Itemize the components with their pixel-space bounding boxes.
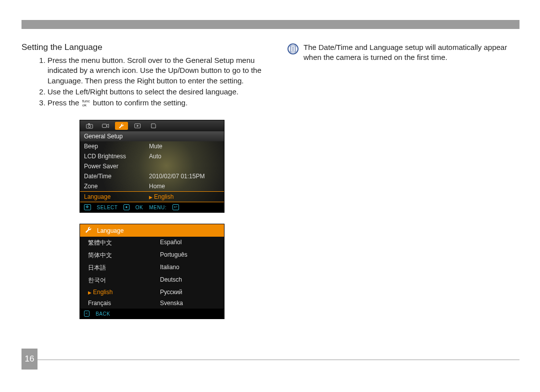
language-option: Français [80, 298, 152, 309]
row-value: 2010/02/07 01:15PM [149, 173, 220, 180]
camera-tab-video-icon [99, 122, 112, 130]
func-ok-icon: func ok [82, 99, 91, 107]
row-value: Auto [149, 153, 220, 160]
step-1: Press the menu button. Scroll over to th… [48, 55, 278, 86]
camera-screenshot-language: Language 繁體中文Español简体中文Português日本語Ital… [80, 224, 224, 319]
page-margin-bar [22, 20, 520, 29]
camera-menu-row: LanguageEnglish [80, 191, 224, 202]
camera-menu-row: Power Saver [80, 161, 224, 171]
section-title: Setting the Language [22, 42, 278, 52]
language-option: 日本語 [80, 262, 152, 274]
row-label: Power Saver [84, 163, 149, 170]
svg-rect-3 [102, 124, 106, 128]
svg-point-1 [88, 125, 91, 128]
row-label: LCD Brightness [84, 153, 149, 160]
camera-tab-card-icon [147, 122, 160, 130]
camera-tab-bar [80, 120, 224, 131]
step-2: Use the Left/Right buttons to select the… [48, 87, 278, 97]
language-option: Deutsch [152, 274, 224, 287]
footer-select-label: SELECT [97, 205, 118, 210]
page-content: Setting the Language Press the menu butt… [22, 42, 520, 319]
language-option: 简体中文 [80, 249, 152, 262]
language-option: Português [152, 249, 224, 262]
camera-tab-wrench-icon [115, 122, 128, 130]
footer-back-label: BACK [96, 311, 110, 317]
back-icon: ↩ [172, 204, 180, 210]
language-footer-bar: <BACK [80, 309, 224, 319]
bottom-rule [38, 360, 520, 360]
camera-menu-header: General Setup [80, 131, 224, 141]
camera-screenshot-general-setup: General Setup BeepMuteLCD BrightnessAuto… [80, 120, 224, 213]
camera-menu-row: Date/Time2010/02/07 01:15PM [80, 171, 224, 181]
right-column: The Date/Time and Language setup will au… [282, 42, 520, 319]
camera-menu-row: LCD BrightnessAuto [80, 151, 224, 161]
row-label: Zone [84, 183, 149, 190]
language-grid: 繁體中文Español简体中文Português日本語Italiano한국어De… [80, 237, 224, 309]
dpad-icon: ✥ [84, 204, 91, 210]
camera-menu-row: ZoneHome [80, 181, 224, 191]
back-arrow-icon: < [84, 311, 90, 317]
camera-tab-play-icon [131, 122, 144, 130]
row-value: Home [149, 183, 220, 190]
left-column: Setting the Language Press the menu butt… [22, 42, 282, 319]
camera-footer-bar: ✥SELECT ●OK MENU:↩ [80, 202, 224, 212]
row-value: Mute [149, 143, 220, 150]
language-option: Español [152, 237, 224, 249]
language-option: Русский [152, 287, 224, 298]
language-header-label: Language [97, 227, 124, 234]
step-3-pre: Press the [48, 98, 82, 107]
language-option: English [80, 287, 152, 298]
note-icon [288, 43, 298, 54]
camera-menu-rows: BeepMuteLCD BrightnessAutoPower SaverDat… [80, 141, 224, 202]
row-label: Date/Time [84, 173, 149, 180]
row-label: Language [84, 193, 149, 200]
language-option: 한국어 [80, 274, 152, 287]
wrench-icon [84, 226, 93, 235]
row-label: Beep [84, 143, 149, 150]
language-option: Svenska [152, 298, 224, 309]
step-3-post: button to confirm the setting. [93, 98, 188, 107]
footer-menu-label: MENU: [149, 205, 166, 210]
language-option: Italiano [152, 262, 224, 274]
instruction-list: Press the menu button. Scroll over to th… [22, 55, 278, 108]
footer-ok-label: OK [136, 205, 143, 210]
step-3: Press the func ok button to confirm the … [48, 98, 278, 108]
ok-label: ok [82, 103, 90, 107]
note-text: The Date/Time and Language setup will au… [304, 42, 520, 63]
svg-rect-2 [88, 123, 90, 124]
language-option: 繁體中文 [80, 237, 152, 249]
row-value: English [149, 193, 220, 200]
camera-tab-photo-icon [83, 122, 96, 130]
page-number: 16 [22, 349, 38, 370]
row-value [149, 163, 220, 170]
ok-icon: ● [124, 204, 129, 210]
language-menu-header: Language [80, 224, 224, 237]
camera-menu-row: BeepMute [80, 141, 224, 151]
